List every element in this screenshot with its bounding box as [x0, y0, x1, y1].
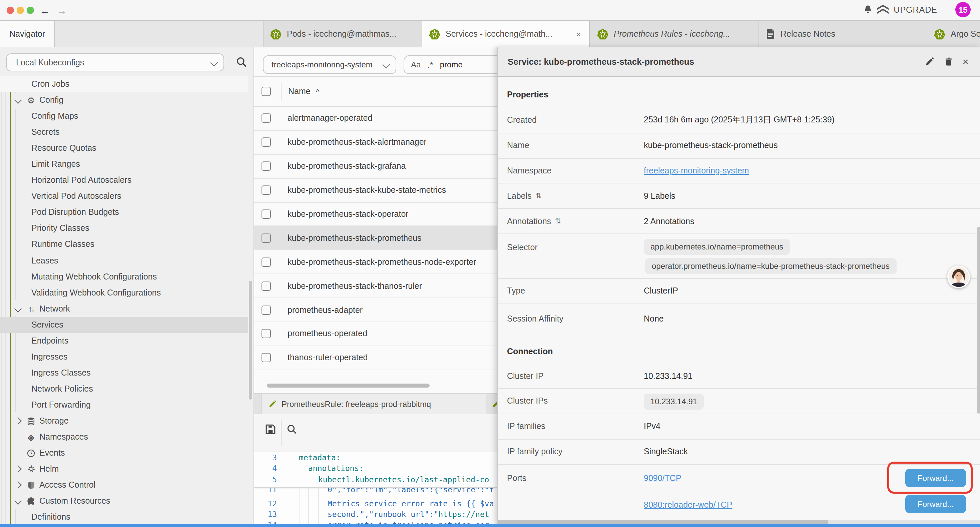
back-arrow[interactable]: ← [39, 4, 51, 17]
sidebar-item-config-maps[interactable]: Config Maps [0, 108, 248, 124]
sidebar-item-validating-webhook-configurations[interactable]: Validating Webhook Configurations [0, 285, 248, 301]
sidebar-item-limit-ranges[interactable]: Limit Ranges [0, 156, 248, 172]
tab-release-notes[interactable]: Release Notes [759, 21, 927, 47]
close-icon[interactable]: × [575, 29, 582, 39]
table-row[interactable]: kube-prometheus-stack-alertmanager [254, 131, 497, 155]
table-row[interactable]: prometheus-adapter [254, 298, 497, 322]
cluster-ip-chip[interactable]: 10.233.14.91 [644, 393, 704, 409]
filter-input[interactable]: Aa .* prome [404, 56, 497, 74]
sidebar-scrollbar[interactable] [249, 281, 252, 400]
row-checkbox[interactable] [261, 258, 271, 267]
chevron-down-icon[interactable] [15, 498, 25, 504]
edit-pencil-icon[interactable] [924, 57, 934, 67]
chevron-down-icon[interactable] [15, 97, 25, 103]
sidebar-item-pod-disruption-budgets[interactable]: Pod Disruption Budgets [0, 204, 248, 220]
row-checkbox[interactable] [261, 234, 271, 243]
match-case-icon[interactable]: Aa [411, 60, 421, 69]
forward-button-8080[interactable]: Forward... [905, 495, 966, 513]
sidebar-item-horizontal-pod-autoscalers[interactable]: Horizontal Pod Autoscalers [0, 172, 248, 188]
row-checkbox[interactable] [261, 329, 271, 339]
code-link[interactable]: https://net [438, 509, 489, 519]
search-icon[interactable] [235, 56, 248, 68]
row-checkbox[interactable] [261, 114, 271, 123]
forward-arrow[interactable]: → [56, 4, 68, 17]
close-icon[interactable]: × [963, 56, 969, 68]
kubeconfig-select[interactable]: Local Kubeconfigs [6, 53, 224, 72]
row-checkbox[interactable] [261, 281, 271, 291]
chevron-down-icon[interactable] [15, 306, 25, 311]
row-checkbox[interactable] [261, 138, 271, 147]
sidebar-item-priority-classes[interactable]: Priority Classes [0, 220, 248, 236]
tab-argo[interactable]: Argo Se [927, 21, 980, 47]
table-row[interactable]: thanos-ruler-operated [254, 346, 497, 370]
trash-icon[interactable] [943, 57, 953, 67]
sort-ascending-icon[interactable]: ^ [316, 88, 320, 97]
drawer-horizontal-scrollbar[interactable] [498, 520, 828, 524]
table-row[interactable]: alertmanager-operated [254, 107, 497, 131]
sort-icon[interactable]: ⇅ [536, 191, 542, 200]
search-icon[interactable] [286, 424, 298, 435]
sidebar-item-network-policies[interactable]: Network Policies [0, 381, 248, 397]
namespace-select[interactable]: freeleaps-monitoring-system [263, 56, 396, 74]
row-checkbox[interactable] [261, 353, 271, 363]
horizontal-scrollbar[interactable] [267, 384, 430, 388]
sort-icon[interactable]: ⇅ [555, 217, 561, 226]
notification-badge[interactable]: 15 [955, 2, 970, 18]
row-checkbox[interactable] [261, 161, 271, 171]
selector-chip[interactable]: app.kubernetes.io/name=prometheus [644, 239, 790, 255]
sidebar-item-vertical-pod-autoscalers[interactable]: Vertical Pod Autoscalers [0, 188, 248, 204]
table-row[interactable]: kube-prometheus-stack-operator [254, 202, 497, 226]
sidebar-item-ingress-classes[interactable]: Ingress Classes [0, 365, 248, 381]
selector-chip[interactable]: operator.prometheus.io/name=kube-prometh… [645, 258, 896, 274]
row-checkbox[interactable] [261, 209, 271, 219]
sidebar-item-runtime-classes[interactable]: Runtime Classes [0, 236, 248, 253]
sidebar-section-storage[interactable]: Storage [0, 413, 248, 429]
sidebar-section-namespaces[interactable]: ◈ Namespaces [0, 429, 248, 445]
sidebar-item-ingresses[interactable]: Ingresses [0, 349, 248, 365]
sidebar-section-custom-resources[interactable]: Custom Resources [0, 493, 248, 509]
navigator-panel-tab[interactable]: Navigator [0, 21, 55, 47]
sidebar-item-port-forwarding[interactable]: Port Forwarding [0, 397, 248, 413]
sidebar-item-mutating-webhook-configurations[interactable]: Mutating Webhook Configurations [0, 269, 248, 285]
traffic-light-minimize[interactable] [17, 7, 24, 14]
sidebar-section-events[interactable]: Events [0, 445, 248, 461]
save-icon[interactable] [265, 424, 276, 435]
select-all-checkbox[interactable] [261, 87, 271, 96]
tab-services[interactable]: Services - icecheng@math... × [422, 21, 590, 47]
tab-prometheus-rules[interactable]: Prometheus Rules - icecheng... [590, 21, 759, 47]
drawer-vertical-scrollbar[interactable] [977, 227, 980, 414]
port-link-9090[interactable]: 9090/TCP [644, 473, 681, 482]
sidebar-item-endpoints[interactable]: Endpoints [0, 333, 248, 349]
table-row[interactable]: prometheus-operated [254, 322, 497, 346]
table-row[interactable]: kube-prometheus-stack-kube-state-metrics [254, 178, 497, 202]
namespace-link[interactable]: freeleaps-monitoring-system [644, 166, 749, 175]
editor-tab-next[interactable] [486, 393, 497, 414]
port-link-8080[interactable]: 8080:reloader-web/TCP [644, 500, 732, 509]
sidebar-item-definitions[interactable]: Definitions [0, 509, 248, 525]
sidebar-item-secrets[interactable]: Secrets [0, 124, 248, 140]
sidebar-section-access-control[interactable]: Access Control [0, 477, 248, 493]
table-row[interactable]: kube-prometheus-stack-grafana [254, 155, 497, 179]
regex-icon[interactable]: .* [427, 60, 433, 70]
sidebar-item-resource-quotas[interactable]: Resource Quotas [0, 140, 248, 156]
table-row-selected[interactable]: kube-prometheus-stack-prometheus [254, 226, 497, 250]
table-row[interactable]: kube-prometheus-stack-thanos-ruler [254, 274, 497, 298]
avatar[interactable] [947, 266, 970, 288]
sidebar-section-helm[interactable]: Helm [0, 461, 248, 477]
editor-tab-prometheusrule[interactable]: PrometheusRule: freeleaps-prod-rabbitmq [261, 393, 486, 414]
traffic-light-zoom[interactable] [27, 7, 34, 14]
sidebar-section-config[interactable]: ⚙ Config [0, 92, 248, 108]
sidebar-item-cron-jobs[interactable]: Cron Jobs [0, 76, 248, 92]
sidebar-section-network[interactable]: ↑↓ Network [0, 301, 248, 317]
sidebar-item-services[interactable]: Services [0, 317, 248, 333]
sidebar-item-leases[interactable]: Leases [0, 253, 248, 269]
chevron-right-icon[interactable] [15, 482, 25, 488]
tab-pods[interactable]: Pods - icecheng@mathmas... [263, 21, 422, 47]
column-name-header[interactable]: Name [288, 87, 310, 96]
table-row[interactable]: kube-prometheus-stack-prometheus-node-ex… [254, 250, 497, 274]
chevron-right-icon[interactable] [15, 466, 25, 471]
yaml-editor[interactable]: 3 metadata: 4 annotations: 5 kubectl.kub… [254, 452, 497, 527]
traffic-light-close[interactable] [7, 7, 14, 14]
bell-icon[interactable] [862, 5, 873, 15]
chevron-right-icon[interactable] [15, 418, 25, 424]
